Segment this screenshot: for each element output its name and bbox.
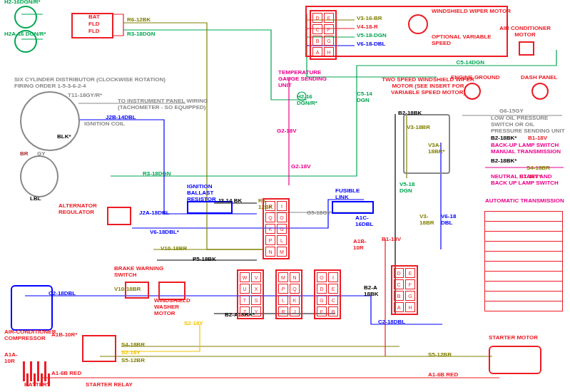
wire-label: J2A-18DBL (139, 210, 170, 217)
wire-label: V4-18-R (357, 24, 378, 31)
battery-icon (23, 361, 54, 381)
wire-label: B2-18BK* (491, 135, 516, 142)
component-label: DASH PANEL (521, 75, 557, 81)
component-label: IGNITION COIL (84, 121, 125, 128)
terminal-label: BAT (88, 14, 100, 21)
component-label: NEUTRAL START AND BACK UP LAMP SWITCH (491, 174, 562, 187)
wire-label: V6-18-DBL (357, 41, 385, 48)
component-label: BRAKE WARNING SWITCH (114, 266, 171, 279)
wire-label: R6-12BK (127, 17, 151, 24)
component-label: LOW OIL PRESSURE SWITCH OR OIL PRESSURE … (491, 115, 566, 134)
connector-pins: WVUX TSZY (237, 269, 264, 319)
wire-label: V3A-18BR* (428, 143, 449, 155)
regulator-icon (107, 207, 131, 225)
wire-label: H2A-16 DGN/R* (4, 31, 46, 38)
wire-label: H2-16 DGN/R* (297, 94, 325, 107)
wire-label: G5-18GY (307, 210, 331, 217)
wire-label: B2-18BK* (491, 158, 516, 165)
component-label: STARTER MOTOR (489, 335, 538, 341)
wire-label: C5-14 DGN (357, 91, 382, 104)
wire-label: V10-18BR (114, 287, 141, 293)
wire-label: R3-18DGN (127, 31, 156, 38)
wire-label: T11-18GY/R* (68, 93, 102, 99)
motor-icon (158, 282, 185, 300)
wire-label: H2-16DGN/R* (4, 0, 41, 6)
terminal-label: FLD (88, 29, 100, 35)
panel-icon (531, 83, 549, 100)
component-label: TEMPERATURE GAUGE SENDING UNIT (278, 70, 335, 88)
wire-label: C2-18DBL (49, 291, 76, 297)
wire-label: S2-18Y (184, 321, 203, 327)
ac-motor-icon (519, 41, 534, 56)
component-label: STARTER RELAY (86, 382, 133, 388)
wire-label: V6-18 DBL (441, 214, 466, 227)
wire-label: V3-18BR (419, 214, 441, 227)
wire-label: A1A-10R (4, 352, 26, 365)
wire-label: V10-18BR (161, 246, 187, 252)
component-label: BATTERY (24, 382, 51, 388)
starter-motor-icon (489, 346, 541, 374)
note-label: TO INSTRUMENT PANEL WIRING (TACHOMETER -… (118, 98, 225, 111)
starter-relay-icon (82, 335, 116, 362)
wire-label: S5-12BR (121, 358, 145, 364)
wire-label: A1B-10R* (51, 332, 80, 339)
component-label: FUSIBLE LINK (335, 188, 371, 201)
wire-label: A1-6B RED (428, 372, 458, 378)
wire-label: S2-18Y (121, 350, 141, 356)
connector-pins: OIDE GCFB (314, 269, 341, 319)
alternator-icon (20, 155, 58, 197)
wire-label: V3-16-BR (357, 16, 382, 22)
component-label: TWO SPEED WINDSHIELD WIPER MOTOR (SEE IN… (378, 77, 478, 96)
wire-label: A1C-16DBL (355, 215, 380, 228)
wire-label: J3-14 BK (218, 198, 242, 205)
component-label: WINDSHIELD WIPER MOTOR (432, 9, 511, 15)
bulb-icon (14, 6, 37, 29)
connector-pins: RIQO KGPL NM (263, 198, 290, 259)
compressor-icon (11, 285, 53, 331)
wire-label: G2-18V (291, 164, 311, 170)
wire-label: C5-14DGN (456, 60, 484, 66)
motor-icon (408, 14, 428, 34)
wire-label: A1-6B RED (51, 371, 81, 377)
wire-label: V3-18BR (407, 125, 430, 131)
wire-label: V6-18DBL* (150, 229, 179, 236)
component-label: AIR CONDITIONER MOTOR (493, 26, 557, 38)
component-label: WINDSHIELD WASHER MOTOR (154, 298, 197, 316)
wire-label: B1-18V (382, 237, 402, 243)
wire-label: R3-18DGN (143, 171, 171, 177)
component-label: ALTERNATOR REGULATOR (58, 203, 108, 216)
wire-label: G2-18V (277, 128, 297, 135)
component-label: BACK-UP LAMP SWITCH MANUAL TRANSMISSION (491, 143, 566, 155)
wire-label: S4-18BR (121, 342, 145, 349)
wire-label: S5-12BR (428, 352, 452, 359)
wire-label: V5-18 DGN (399, 182, 424, 195)
wire-label: C2-18DBL (378, 319, 405, 326)
wire-label: B2-A 18BK (364, 285, 385, 298)
wire-label: BLK* (57, 134, 71, 140)
wire-label: B1-18V (528, 135, 547, 142)
wire-label: V5-18-DGN (357, 33, 387, 39)
component-label: SIX CYLINDER DISTRIBUTOR (CLOCKWISE ROTA… (14, 77, 171, 90)
wire-label: P5-18BK (193, 257, 216, 263)
wire-label: S4-18BR (526, 165, 550, 172)
wire-label: BR (20, 151, 29, 158)
wire-label: G6-15GY (499, 108, 524, 115)
connector-pins: DECF BGAH (310, 10, 337, 60)
connector-pins: DECF BGAH (391, 265, 418, 315)
wire-label: B2-18BK (398, 110, 422, 117)
fusible-link-icon (332, 201, 374, 214)
terminal-label: FLD (88, 21, 100, 28)
legend-box (484, 211, 563, 311)
distributor-icon (20, 91, 80, 151)
connector-pins: MNPQ LKRJ (275, 269, 302, 319)
wire-label: A1B-10R (353, 239, 375, 252)
component-label: AUTOMATIC TRANSMISSION (485, 198, 564, 205)
note-label: OPTIONAL VARIABLE SPEED (432, 34, 496, 47)
